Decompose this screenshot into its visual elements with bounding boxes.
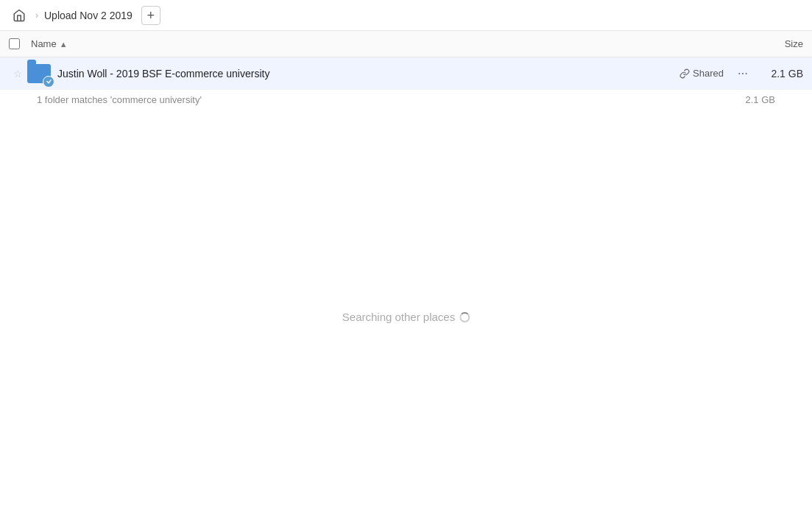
size-column-header[interactable]: Size [744,38,803,49]
search-info-size: 2.1 GB [746,94,775,105]
star-button[interactable]: ☆ [9,68,27,80]
svg-point-1 [742,73,744,74]
sort-arrow-icon: ▲ [60,40,68,49]
home-button[interactable] [9,5,29,26]
folder-badge [43,76,54,88]
file-row: ☆ Justin Woll - 2019 BSF E-commerce univ… [0,57,812,90]
shared-badge: Shared [679,68,724,79]
column-headers: Name ▲ Size [0,31,812,57]
folder-icon-wrapper [27,61,52,86]
breadcrumb-label: Upload Nov 2 2019 [44,10,133,21]
name-column-label: Name [31,38,57,49]
breadcrumb-arrow: › [35,10,38,21]
main-content-area: Searching other places [0,110,812,515]
searching-label: Searching other places [342,311,455,323]
more-icon [737,68,749,80]
loading-spinner [459,312,470,322]
select-all-checkbox[interactable] [9,38,20,49]
more-options-button[interactable] [732,63,753,84]
search-info-bar: 1 folder matches 'commerce university' 2… [0,90,812,110]
search-info-text: 1 folder matches 'commerce university' [37,94,746,105]
name-column-header[interactable]: Name ▲ [31,38,744,49]
star-icon: ☆ [13,68,23,80]
svg-point-2 [746,73,747,74]
file-name-col: Justin Woll - 2019 BSF E-commerce univer… [57,68,679,80]
file-name[interactable]: Justin Woll - 2019 BSF E-commerce univer… [57,68,269,80]
searching-status: Searching other places [342,311,470,323]
size-column-label: Size [785,38,803,49]
header-bar: › Upload Nov 2 2019 + [0,0,812,31]
add-button[interactable]: + [141,6,160,25]
select-all-checkbox-col [9,38,31,49]
svg-point-0 [738,73,740,74]
link-icon [679,68,690,79]
file-size: 2.1 GB [759,68,803,80]
shared-label: Shared [693,68,724,79]
